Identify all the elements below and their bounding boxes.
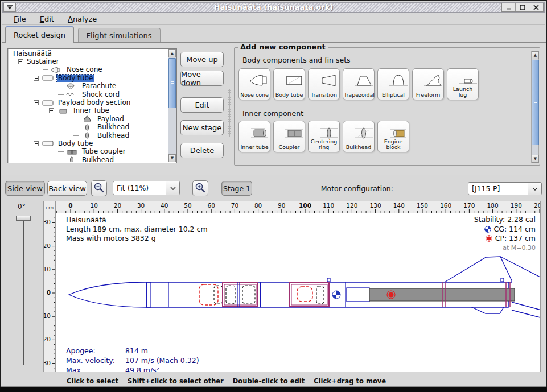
tree-item-bulkhead[interactable]: Bulkhead (9, 156, 168, 162)
tree-item-sustainer[interactable]: Sustainer (9, 57, 168, 65)
tree-expander-icon[interactable] (34, 100, 39, 105)
chevron-down-icon (166, 181, 179, 195)
tree-item-bulkhead[interactable]: Bulkhead (9, 131, 168, 139)
component-button-label: Centering ring (309, 139, 339, 150)
motor-mount-tube[interactable] (347, 288, 369, 302)
menu-edit[interactable]: Edit (34, 14, 60, 24)
add-bulkhead-button[interactable]: Bulkhead (343, 121, 375, 152)
maximize-button[interactable] (516, 3, 529, 11)
edit-button[interactable]: Edit (180, 97, 224, 113)
tab-rocket-design[interactable]: Rocket design (5, 26, 74, 43)
tree-expander-icon[interactable] (18, 59, 23, 64)
add-centering-ring-button[interactable]: Centering ring (308, 121, 340, 152)
tree-scrollbar[interactable]: ▲ ▼ (168, 49, 176, 162)
move-down-button[interactable]: Move down (180, 71, 224, 86)
component-tree[interactable]: HaisunäätäSustainerNose coneBody tubePar… (7, 48, 177, 163)
ruler-unit-label: cm (43, 201, 56, 213)
add-transition-button[interactable]: Transition (308, 68, 340, 100)
titlebar[interactable]: Haisunäätä (haisunaata.ork) (2, 2, 545, 13)
component-button-label: Coupler (274, 145, 304, 150)
tree-item-tube-coupler[interactable]: Tube coupler (9, 148, 168, 156)
new-stage-button[interactable]: New stage (180, 120, 224, 135)
h-ruler-label: 0 (68, 202, 72, 209)
move-up-button[interactable]: Move up (180, 52, 224, 67)
zoom-out-button[interactable] (91, 180, 107, 196)
add-elliptical-fin-button[interactable]: Elliptical (377, 68, 409, 100)
back-view-button[interactable]: Back view (47, 181, 87, 196)
add-launch-lug-button[interactable]: Launch lug (447, 68, 479, 100)
h-ruler-label: 60 (208, 202, 215, 209)
tree-scrollbar-thumb[interactable] (168, 58, 176, 108)
v-ruler-label: 30 (43, 360, 51, 366)
tree-item-body-tube[interactable]: Body tube (9, 74, 168, 82)
tree-item-inner-tube[interactable]: Inner Tube (9, 107, 168, 115)
component-scrollbar-thumb[interactable] (532, 60, 539, 145)
tab-flight-simulations[interactable]: Flight simulations (78, 28, 161, 43)
h-ruler-label: 110 (323, 202, 334, 209)
launch-lug-mark[interactable] (501, 278, 504, 282)
rocket-canvas[interactable]: HaisunäätäLength 189 cm, max. diameter 1… (56, 213, 541, 372)
tree-item-label: Inner Tube (72, 107, 110, 114)
zoom-in-button[interactable] (192, 180, 208, 196)
zoom-level-select[interactable]: Fit (11%) (113, 181, 180, 195)
h-ruler-label: 140 (393, 202, 405, 209)
tree-item-bulkhead[interactable]: Bulkhead (9, 123, 168, 131)
bulkhead-icon (348, 123, 371, 139)
add-inner-tube-button[interactable]: Inner tube (238, 121, 270, 152)
side-view-button[interactable]: Side view (5, 181, 45, 196)
rotation-slider-thumb[interactable] (16, 216, 31, 221)
flight-data-label: Max. acceleration: (66, 365, 125, 372)
menu-file[interactable]: File (8, 14, 32, 24)
launch-lug-mark[interactable] (327, 278, 330, 282)
component-button-label: Nose cone (240, 92, 269, 98)
scroll-up-arrow-icon[interactable]: ▲ (168, 49, 176, 57)
scroll-down-arrow-icon[interactable]: ▼ (532, 155, 539, 163)
inner-tube-icon (244, 123, 266, 139)
minimize-button[interactable] (502, 3, 516, 11)
flight-data-row: Max. velocity:107 m/s (Mach 0.32) (66, 356, 199, 365)
tree-item-parachute[interactable]: Parachute (9, 82, 168, 90)
tree-item-haisunäätä[interactable]: Haisunäätä (9, 49, 168, 57)
status-hint: Double-click to edit (233, 377, 305, 385)
tree-expander-icon[interactable] (34, 141, 39, 146)
nose-cone-shape[interactable] (69, 282, 147, 307)
view-toolbar: Side view Back view Fit (11%) Stage 1 (2, 175, 546, 199)
scroll-up-arrow-icon[interactable]: ▲ (532, 51, 539, 59)
scroll-down-arrow-icon[interactable]: ▼ (168, 154, 176, 162)
delete-button[interactable]: Delete (180, 143, 224, 158)
v-ruler-label: 10 (43, 312, 51, 319)
tree-expander-icon[interactable] (34, 76, 39, 81)
stage-1-toggle[interactable]: Stage 1 (221, 181, 252, 196)
close-button[interactable] (529, 3, 543, 11)
tree-item-nose-cone[interactable]: Nose cone (9, 66, 168, 74)
rotation-slider-track[interactable] (23, 220, 24, 365)
add-nose-cone-button[interactable]: Nose cone (238, 68, 270, 100)
cg-value: CG: 114 cm (494, 225, 536, 234)
add-coupler-button[interactable]: Coupler (273, 121, 305, 152)
flight-data-label: Max. velocity: (66, 356, 125, 365)
add-body-tube-button[interactable]: Body tube (273, 68, 305, 100)
menu-analyze[interactable]: Analyze (62, 14, 102, 24)
tree-item-payload-body-section[interactable]: Payload body section (9, 98, 168, 106)
motor-configuration-select[interactable]: [J115-P] (468, 182, 542, 195)
status-hint: Shift+click to select other (128, 377, 224, 385)
add-engine-block-button[interactable]: Engine block (377, 121, 409, 152)
h-ruler-label: 100 (299, 202, 311, 209)
h-ruler-label: 30 (137, 202, 145, 209)
h-ruler-label: 50 (184, 202, 191, 209)
h-ruler-label: 20 (114, 202, 121, 209)
add-freeform-fin-button[interactable]: Freeform (412, 68, 444, 100)
tree-nose-icon (50, 67, 63, 73)
splitter-grip[interactable] (228, 89, 231, 137)
component-panel-scrollbar[interactable]: ▲ ▼ (531, 51, 539, 163)
body-tube-icon (278, 71, 301, 87)
tree-item-shock-cord[interactable]: Shock cord (9, 90, 168, 98)
flight-data-value: 49.8 m/s² (125, 365, 159, 372)
add-trapezoidal-fin-button[interactable]: Trapezoidal (343, 68, 375, 100)
tree-expander-icon[interactable] (49, 108, 54, 113)
tree-item-label: Bulkhead (96, 123, 130, 131)
tree-item-payload[interactable]: Payload (9, 115, 168, 123)
rocket-info-line: Haisunäätä (66, 216, 208, 225)
add-new-component-group: Add new component Body components and fi… (234, 47, 540, 166)
tree-item-body-tube[interactable]: Body tube (9, 139, 168, 147)
